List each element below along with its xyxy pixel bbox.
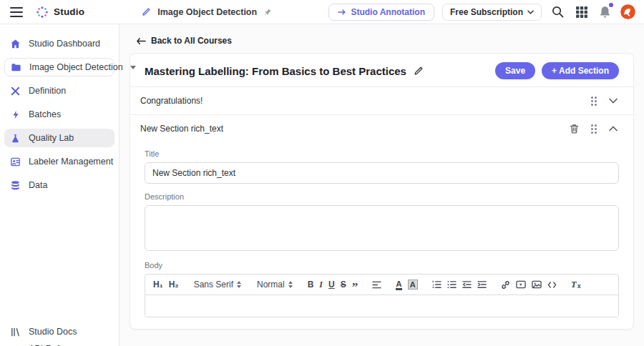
editor-body-area[interactable] [145, 295, 618, 317]
title-field-label: Title [145, 149, 619, 158]
description-field-label: Description [145, 192, 619, 201]
sidebar-item-label: Definition [29, 86, 66, 96]
strikethrough-button[interactable]: S [338, 277, 348, 292]
sidebar-item-label: Studio Docs [29, 327, 77, 337]
sidebar-item-label: Data [29, 180, 47, 190]
link-icon [501, 280, 510, 290]
course-title: Mastering Labelling: From Basics to Best… [145, 64, 425, 77]
pin-icon[interactable] [262, 6, 273, 18]
notification-dot [609, 3, 613, 7]
project-name: Image Object Detection [157, 7, 257, 17]
drag-handle-icon[interactable] [591, 124, 597, 134]
ordered-list-button[interactable] [430, 277, 444, 292]
edit-project-pencil-icon[interactable] [140, 6, 152, 18]
align-icon [372, 281, 381, 289]
database-icon [10, 179, 21, 191]
image-icon [532, 280, 542, 289]
add-section-button[interactable]: + Add Section [542, 62, 619, 79]
sidebar-item-label: Quality Lab [29, 133, 74, 143]
clean-format-button[interactable]: Tx [569, 277, 583, 292]
hamburger-menu-icon[interactable] [10, 7, 23, 17]
bold-button[interactable]: B [306, 277, 316, 292]
link-button[interactable] [499, 277, 512, 292]
notifications-bell-icon[interactable] [597, 4, 613, 20]
sidebar-item-definition[interactable]: Definition [4, 81, 114, 100]
sidebar-footer: Studio Docs API Reference [0, 323, 119, 346]
ordered-list-icon [432, 280, 441, 289]
top-bar: Studio Image Object Detection Studio Ann… [0, 0, 644, 24]
sidebar-item-studio-dashboard[interactable]: Studio Dashboard [4, 34, 114, 53]
sidebar-item-label: Image Object Detection [29, 62, 123, 72]
user-avatar[interactable] [620, 4, 635, 19]
select-arrows-icon [288, 281, 293, 288]
collapse-section-chevron-up-icon[interactable] [608, 124, 619, 133]
apps-grid-icon[interactable] [574, 4, 590, 20]
save-button[interactable]: Save [495, 62, 535, 79]
video-icon [516, 280, 526, 289]
section-title: New Section rich_text [140, 124, 223, 134]
free-subscription-dropdown[interactable]: Free Subscription [442, 4, 542, 21]
home-icon [10, 38, 21, 49]
sidebar-item-labeler-management[interactable]: Labeler Management [4, 152, 114, 171]
main-content: Back to All Courses Mastering Labelling:… [119, 24, 644, 346]
app-name: Studio [54, 6, 84, 17]
section-row-new-section: New Section rich_text [130, 115, 633, 142]
sidebar-item-studio-docs[interactable]: Studio Docs [4, 323, 114, 340]
italic-button[interactable]: I [317, 277, 325, 292]
sidebar-item-api-reference[interactable]: API Reference [4, 340, 114, 346]
app-window: Studio Image Object Detection Studio Ann… [0, 0, 644, 346]
sidebar-item-batches[interactable]: Batches [4, 105, 114, 124]
blockquote-button[interactable]: ” [350, 277, 361, 292]
studio-logo-icon [36, 6, 49, 19]
sidebar: Studio Dashboard Image Object Detection … [0, 24, 119, 346]
arrow-left-icon [137, 37, 146, 45]
font-select[interactable]: Sans Serif [191, 278, 244, 291]
delete-section-trash-icon[interactable] [568, 122, 580, 135]
card-header: Mastering Labelling: From Basics to Best… [130, 54, 633, 86]
back-to-courses-link[interactable]: Back to All Courses [137, 36, 232, 46]
image-button[interactable] [530, 277, 544, 292]
code-block-icon [547, 281, 557, 289]
section-description-textarea[interactable] [145, 205, 619, 251]
chevron-down-icon [130, 66, 136, 69]
editor-toolbar: H₁ H₂ Sans Serif Normal [145, 275, 618, 295]
align-button[interactable] [370, 277, 384, 292]
top-right-actions: Studio Annotation Free Subscription [328, 4, 635, 21]
section-row-congratulations: Congratulations! [130, 87, 633, 114]
edit-title-pencil-icon[interactable] [412, 64, 425, 77]
studio-annotation-button[interactable]: Studio Annotation [328, 4, 434, 21]
h2-button[interactable]: H₂ [167, 277, 181, 292]
bullet-list-button[interactable] [445, 277, 459, 292]
body-field-label: Body [145, 261, 619, 270]
h1-button[interactable]: H₁ [151, 277, 165, 292]
outdent-button[interactable] [460, 277, 474, 292]
video-button[interactable] [514, 277, 528, 292]
expand-section-chevron-down-icon[interactable] [608, 97, 619, 105]
indent-button[interactable] [475, 277, 489, 292]
bullet-list-icon [447, 280, 457, 289]
crossed-tools-icon [10, 85, 21, 97]
sidebar-item-data[interactable]: Data [4, 176, 114, 194]
code-icon [10, 343, 21, 346]
chevron-down-icon [527, 10, 534, 14]
size-select[interactable]: Normal [254, 278, 296, 291]
text-color-button[interactable]: A [394, 277, 404, 292]
search-icon[interactable] [550, 4, 566, 20]
code-block-button[interactable] [545, 277, 559, 292]
drag-handle-icon[interactable] [591, 97, 597, 106]
section-title: Congratulations! [140, 96, 203, 106]
sidebar-item-quality-lab[interactable]: Quality Lab [4, 129, 114, 147]
underline-button[interactable]: U [326, 277, 337, 292]
section-form: Title Description Body H₁ H₂ Sans Serif [130, 142, 633, 329]
sidebar-item-image-object-detection[interactable]: Image Object Detection [4, 58, 114, 76]
folder-icon [11, 61, 22, 73]
sidebar-item-label: Batches [29, 109, 61, 119]
sidebar-item-label: Studio Dashboard [29, 39, 100, 49]
background-color-button[interactable]: A [406, 277, 420, 292]
project-breadcrumb: Image Object Detection [140, 6, 273, 18]
course-editor-card: Mastering Labelling: From Basics to Best… [130, 53, 634, 330]
section-title-input[interactable] [145, 162, 619, 184]
docs-icon [10, 326, 21, 337]
sidebar-item-label: Labeler Management [29, 157, 113, 167]
arrow-right-icon [338, 9, 346, 16]
